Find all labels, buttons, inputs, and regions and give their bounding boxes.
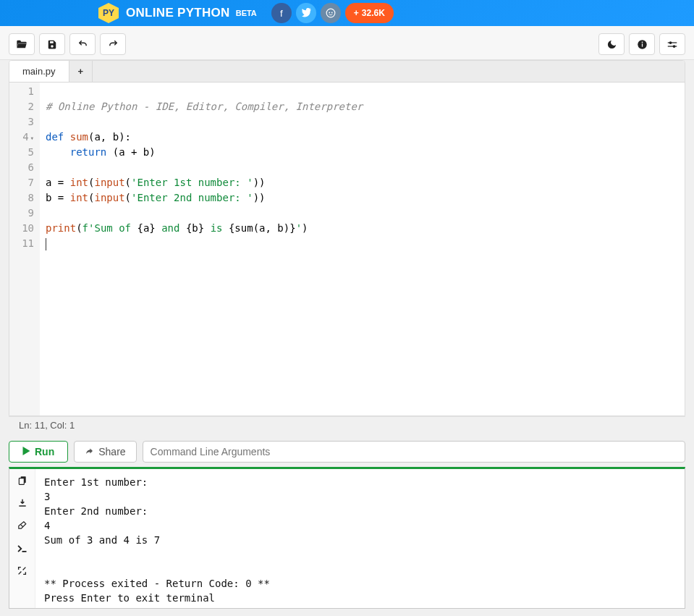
run-label: Run	[35, 446, 54, 457]
code-line[interactable]: return (a + b)	[46, 145, 679, 160]
terminal-prompt-icon[interactable]	[17, 543, 27, 555]
cursor-position: Ln: 11, Col: 1	[19, 420, 75, 431]
app-header: PY ONLINE PYTHON BETA f + 32.6K	[0, 0, 694, 26]
terminal-output[interactable]: Enter 1st number: 3 Enter 2nd number: 4 …	[35, 469, 685, 608]
brand-title: ONLINE PYTHON	[126, 6, 230, 20]
code-line[interactable]: def sum(a, b):	[46, 130, 679, 145]
svg-point-5	[641, 41, 643, 43]
editor-statusbar: Ln: 11, Col: 1	[9, 416, 685, 434]
reddit-icon[interactable]	[321, 3, 341, 23]
line-number: 8	[9, 190, 34, 206]
file-tab[interactable]: main.py	[9, 61, 69, 82]
add-tab-button[interactable]: +	[69, 61, 93, 82]
line-number: 2	[9, 99, 34, 114]
share-button[interactable]: Share	[74, 441, 136, 463]
dark-mode-button[interactable]	[598, 33, 625, 55]
beta-badge: BETA	[236, 9, 257, 17]
eraser-icon[interactable]	[17, 520, 27, 533]
line-number-gutter: 1234567891011	[9, 83, 40, 415]
code-line[interactable]: print(f'Sum of {a} and {b} is {sum(a, b)…	[46, 221, 679, 236]
info-button[interactable]	[629, 33, 655, 55]
command-args-input[interactable]	[143, 441, 685, 463]
editor-panel: main.py + 1234567891011 # Online Python …	[9, 60, 685, 416]
line-number: 7	[9, 175, 34, 190]
plus-icon: +	[354, 8, 359, 18]
code-line[interactable]	[46, 236, 679, 251]
upvote-button[interactable]: + 32.6K	[345, 3, 394, 23]
undo-button[interactable]	[69, 33, 96, 55]
code-content[interactable]: # Online Python - IDE, Editor, Compiler,…	[40, 83, 685, 415]
share-label: Share	[98, 446, 125, 457]
open-file-button[interactable]	[9, 33, 35, 55]
facebook-icon[interactable]: f	[271, 3, 292, 23]
code-line[interactable]	[46, 84, 679, 99]
line-number: 6	[9, 160, 34, 175]
share-icon	[85, 446, 94, 457]
settings-button[interactable]	[659, 33, 685, 55]
svg-rect-12	[22, 551, 27, 552]
play-icon	[22, 446, 30, 457]
svg-rect-8	[668, 42, 677, 43]
code-line[interactable]	[46, 160, 679, 175]
upvote-count: 32.6K	[362, 8, 385, 18]
editor-toolbar	[0, 26, 694, 60]
svg-rect-4	[641, 43, 642, 46]
line-number: 5	[9, 145, 34, 160]
terminal-sidebar	[9, 469, 35, 608]
twitter-icon[interactable]	[296, 3, 316, 23]
save-button[interactable]	[39, 33, 65, 55]
line-number: 11	[9, 236, 34, 251]
code-editor[interactable]: 1234567891011 # Online Python - IDE, Edi…	[9, 83, 685, 415]
run-controls: Run Share	[0, 434, 694, 467]
copy-icon[interactable]	[17, 475, 27, 488]
svg-point-1	[329, 12, 330, 14]
line-number: 1	[9, 84, 34, 99]
line-number: 4	[9, 130, 34, 145]
svg-rect-9	[668, 46, 677, 46]
code-line[interactable]	[46, 114, 679, 130]
logo-icon: PY	[98, 3, 119, 23]
svg-point-2	[331, 12, 333, 14]
line-number: 9	[9, 206, 34, 221]
line-number: 10	[9, 221, 34, 236]
fullscreen-icon[interactable]	[17, 565, 27, 578]
svg-point-0	[326, 9, 335, 17]
redo-button[interactable]	[100, 33, 126, 55]
terminal-panel: Enter 1st number: 3 Enter 2nd number: 4 …	[9, 467, 685, 609]
code-line[interactable]: a = int(input('Enter 1st number: '))	[46, 175, 679, 190]
code-line[interactable]	[46, 206, 679, 221]
svg-rect-11	[19, 478, 24, 485]
line-number: 3	[9, 114, 34, 130]
code-line[interactable]: b = int(input('Enter 2nd number: '))	[46, 190, 679, 206]
run-button[interactable]: Run	[9, 441, 68, 463]
file-tabs: main.py +	[9, 61, 685, 83]
code-line[interactable]: # Online Python - IDE, Editor, Compiler,…	[46, 99, 679, 114]
download-icon[interactable]	[17, 498, 27, 510]
